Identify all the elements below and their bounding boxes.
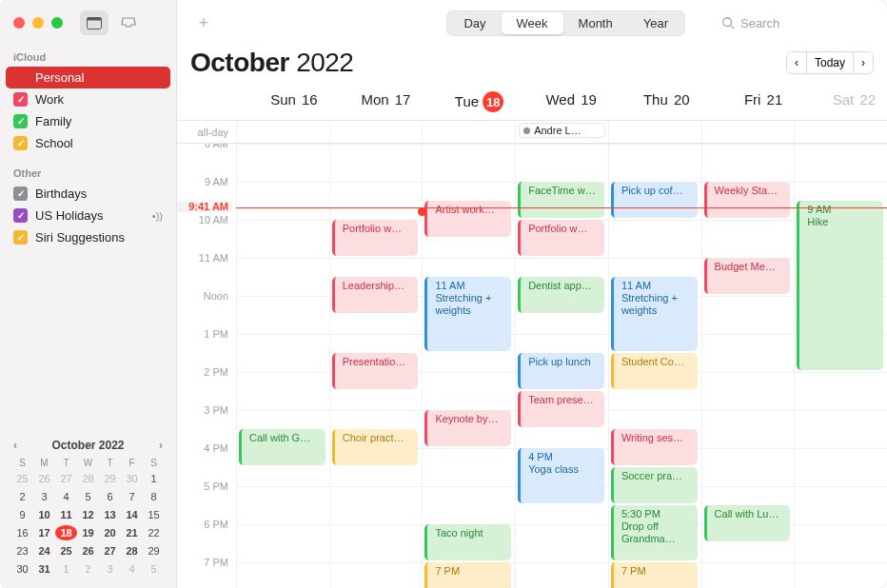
minical-day[interactable]: 2	[11, 489, 33, 504]
minical-day[interactable]: 14	[121, 507, 143, 522]
inbox-icon[interactable]	[114, 10, 143, 35]
minical-day[interactable]: 6	[99, 489, 121, 504]
minical-day[interactable]: 21	[121, 525, 143, 540]
minical-day[interactable]: 2	[77, 561, 99, 577]
minical-day[interactable]: 10	[33, 507, 55, 522]
minical-day[interactable]: 5	[77, 489, 99, 504]
day-header[interactable]: Tue18	[422, 88, 515, 120]
minical-day[interactable]: 25	[11, 471, 33, 486]
day-column[interactable]: Weekly Sta…Budget Me…Call with Lu…	[701, 144, 795, 588]
event[interactable]: 11 AMStretching + weights	[424, 277, 511, 351]
day-header[interactable]: Thu 20	[608, 88, 701, 120]
minical-day[interactable]: 25	[55, 543, 77, 559]
event[interactable]: 4 PMYoga class	[518, 448, 604, 503]
minical-day[interactable]: 1	[143, 471, 165, 486]
minical-day[interactable]: 3	[99, 561, 121, 577]
calendar-item[interactable]: Personal	[6, 67, 170, 88]
minical-day[interactable]: 27	[99, 543, 121, 559]
minical-day[interactable]: 23	[11, 543, 33, 559]
day-column[interactable]: Portfolio w…Leadership…Presentatio…Choir…	[329, 144, 423, 588]
minical-day[interactable]: 24	[33, 543, 55, 559]
view-month[interactable]: Month	[563, 12, 628, 34]
event[interactable]: 11 AMStretching + weights	[611, 277, 698, 351]
minical-day[interactable]: 8	[143, 489, 165, 504]
minical-day[interactable]: 4	[121, 561, 143, 577]
calendar-checkbox[interactable]	[13, 208, 28, 223]
search-input[interactable]: Search	[721, 16, 874, 30]
minical-day[interactable]: 30	[121, 471, 143, 486]
event[interactable]: 7 PM	[611, 562, 698, 588]
allday-cell[interactable]	[329, 121, 423, 143]
event[interactable]: Budget Me…	[704, 258, 791, 294]
calendar-item[interactable]: Birthdays	[6, 183, 170, 205]
event[interactable]: Weekly Sta…	[704, 182, 791, 218]
minical-day[interactable]: 4	[55, 489, 77, 504]
minical-day[interactable]: 16	[11, 525, 33, 540]
minical-day[interactable]: 1	[55, 561, 77, 577]
calendar-item[interactable]: School	[6, 132, 170, 154]
minical-prev[interactable]: ‹	[13, 439, 17, 452]
event[interactable]: Pick up lunch	[518, 353, 604, 389]
view-year[interactable]: Year	[628, 12, 683, 34]
minical-day[interactable]: 13	[99, 507, 121, 522]
prev-week-button[interactable]: ‹	[787, 52, 807, 73]
day-header[interactable]: Mon 17	[329, 88, 423, 120]
event[interactable]: Portfolio w…	[332, 220, 419, 256]
event[interactable]: Dentist app…	[518, 277, 604, 313]
event[interactable]: Artist work…	[424, 201, 511, 237]
allday-event[interactable]: Andre L…	[519, 123, 605, 138]
event[interactable]: Keynote by…	[424, 410, 511, 446]
event[interactable]: Choir pract…	[332, 429, 419, 465]
calendar-item[interactable]: Family	[6, 110, 170, 132]
day-header[interactable]: Wed 19	[515, 88, 608, 120]
allday-cell[interactable]	[794, 121, 887, 143]
allday-cell[interactable]	[608, 121, 701, 143]
day-header[interactable]: Fri 21	[701, 88, 795, 120]
day-column[interactable]: FaceTime w…Portfolio w…Dentist app…Pick …	[515, 144, 608, 588]
day-column[interactable]: 9 AMHike	[794, 144, 887, 588]
minical-day[interactable]: 3	[33, 489, 55, 504]
minical-day[interactable]: 9	[11, 507, 33, 522]
minical-day[interactable]: 30	[11, 561, 33, 577]
view-day[interactable]: Day	[448, 12, 501, 34]
event[interactable]: FaceTime w…	[518, 182, 604, 218]
event[interactable]: 5:30 PMDrop off Grandma…	[611, 505, 698, 560]
event[interactable]: Presentatio…	[332, 353, 419, 389]
event[interactable]: Pick up cof…	[611, 182, 698, 218]
minical-next[interactable]: ›	[159, 439, 163, 452]
allday-cell[interactable]: Andre L…	[515, 121, 608, 143]
event[interactable]: Team prese…	[518, 391, 604, 427]
allday-cell[interactable]	[701, 121, 795, 143]
event[interactable]: Writing ses…	[611, 429, 698, 465]
calendar-item[interactable]: Work	[6, 88, 170, 110]
next-week-button[interactable]: ›	[853, 52, 873, 73]
event[interactable]: Soccer pra…	[611, 467, 698, 503]
day-header[interactable]: Sat 22	[794, 88, 887, 120]
minical-day[interactable]: 11	[55, 507, 77, 522]
add-event-button[interactable]: +	[190, 13, 217, 33]
maximize-button[interactable]	[51, 17, 63, 29]
minical-day[interactable]: 31	[33, 561, 55, 577]
event[interactable]: Taco night	[424, 524, 511, 560]
minical-day[interactable]: 28	[121, 543, 143, 559]
day-column[interactable]: Artist work…11 AMStretching + weightsKey…	[422, 144, 515, 588]
minical-day[interactable]: 26	[77, 543, 99, 559]
allday-cell[interactable]	[422, 121, 515, 143]
minical-day[interactable]: 27	[55, 471, 77, 486]
week-grid[interactable]: 8 AM9 AM10 AM11 AMNoon1 PM2 PM3 PM4 PM5 …	[177, 144, 887, 588]
minical-day[interactable]: 17	[33, 525, 55, 540]
calendar-item[interactable]: Siri Suggestions	[6, 226, 170, 248]
minimize-button[interactable]	[32, 17, 44, 29]
event[interactable]: 9 AMHike	[797, 201, 883, 370]
day-column[interactable]: Pick up cof…11 AMStretching + weightsStu…	[608, 144, 701, 588]
minical-day[interactable]: 28	[77, 471, 99, 486]
event[interactable]: 7 PM	[424, 562, 511, 588]
calendar-checkbox[interactable]	[13, 230, 28, 245]
calendar-view-icon[interactable]	[80, 10, 108, 35]
view-week[interactable]: Week	[502, 12, 563, 34]
minical-day[interactable]: 22	[143, 525, 165, 540]
event[interactable]: Portfolio w…	[518, 220, 604, 256]
day-column[interactable]: Call with G…	[236, 144, 329, 588]
event[interactable]: Call with G…	[239, 429, 325, 465]
calendar-checkbox[interactable]	[13, 186, 28, 201]
